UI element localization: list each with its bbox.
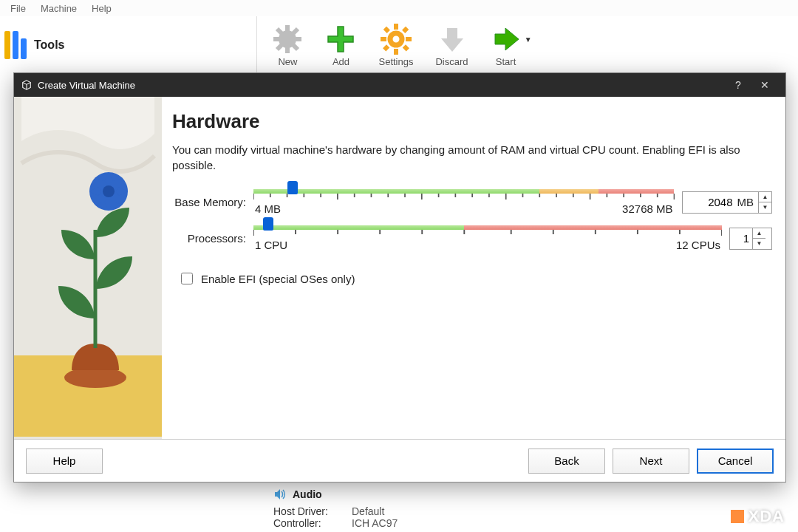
toolbar-start[interactable]: ▼ Start <box>491 24 522 67</box>
toolbar-discard-label: Discard <box>435 56 468 67</box>
spin-up-icon[interactable]: ▲ <box>753 228 765 239</box>
base-memory-max: 32768 MB <box>622 202 672 215</box>
cube-icon <box>21 80 32 90</box>
dialog-titlebar[interactable]: Create Virtual Machine ? ✕ <box>14 73 785 97</box>
background-audio-panel: Audio Host Driver:Default Controller:ICH… <box>273 488 398 529</box>
dialog-content: Hardware You can modify virtual machine'… <box>162 97 785 439</box>
tools-icon <box>4 31 27 59</box>
audio-header: Audio <box>293 488 322 500</box>
spin-down-icon[interactable]: ▼ <box>759 202 771 213</box>
svg-point-22 <box>103 185 115 197</box>
toolbar-settings-label: Settings <box>378 56 413 67</box>
svg-line-6 <box>293 45 298 50</box>
create-vm-dialog: Create Virtual Machine ? ✕ <box>13 72 786 482</box>
controller-key: Controller: <box>273 517 347 529</box>
base-memory-slider[interactable] <box>253 189 675 194</box>
dialog-footer: Help Back Next Cancel <box>14 439 785 482</box>
menu-help[interactable]: Help <box>87 3 116 14</box>
dialog-title: Create Virtual Machine <box>38 80 135 91</box>
spin-up-icon[interactable]: ▲ <box>759 192 771 202</box>
slider-ticks <box>253 194 675 201</box>
wizard-illustration <box>14 97 162 439</box>
watermark-icon <box>731 510 744 523</box>
processors-input[interactable] <box>730 228 752 249</box>
base-memory-unit: MB <box>736 196 759 208</box>
host-driver-key: Host Driver: <box>273 505 347 517</box>
svg-line-8 <box>277 45 282 50</box>
toolbar-start-label: Start <box>496 56 516 67</box>
gear-icon <box>381 24 412 55</box>
processors-slider[interactable] <box>253 225 722 230</box>
help-titlebar-button[interactable]: ? <box>725 79 751 91</box>
slider-ticks <box>253 230 722 237</box>
down-arrow-icon <box>437 24 468 55</box>
main-toolbar: New Add Settings Discard ▼ Start <box>256 16 521 74</box>
svg-line-5 <box>277 29 282 33</box>
toolbar-discard[interactable]: Discard <box>435 24 468 67</box>
close-icon[interactable]: ✕ <box>751 79 778 91</box>
base-memory-thumb[interactable] <box>287 181 298 194</box>
processors-min: 1 CPU <box>255 239 287 251</box>
base-memory-min: 4 MB <box>255 202 281 215</box>
toolbar-new[interactable]: New <box>272 24 303 67</box>
enable-efi-checkbox[interactable] <box>181 273 193 284</box>
toolbar-add-label: Add <box>332 56 349 67</box>
base-memory-stepper[interactable]: MB ▲▼ <box>682 191 773 214</box>
svg-rect-12 <box>381 37 386 41</box>
svg-rect-13 <box>406 37 412 41</box>
enable-efi-label: Enable EFI (special OSes only) <box>201 273 355 285</box>
menu-machine[interactable]: Machine <box>36 3 81 14</box>
sun-icon <box>272 24 303 55</box>
processors-max: 12 CPUs <box>676 239 720 251</box>
svg-line-7 <box>293 29 298 33</box>
svg-rect-14 <box>383 26 390 33</box>
svg-point-20 <box>64 367 126 388</box>
controller-value: ICH AC97 <box>352 517 398 529</box>
svg-rect-11 <box>394 49 398 55</box>
svg-rect-15 <box>403 44 409 51</box>
next-button[interactable]: Next <box>613 449 689 474</box>
base-memory-row: Base Memory: 4 MB 3 <box>172 189 772 215</box>
svg-rect-17 <box>383 44 389 51</box>
svg-rect-16 <box>402 26 409 33</box>
base-memory-label: Base Memory: <box>172 196 246 208</box>
processors-stepper[interactable]: ▲▼ <box>729 228 772 250</box>
spin-down-icon[interactable]: ▼ <box>753 239 765 249</box>
cancel-button[interactable]: Cancel <box>697 449 774 474</box>
plus-icon <box>325 24 356 55</box>
toolbar-new-label: New <box>278 56 297 67</box>
svg-point-9 <box>390 33 402 45</box>
processors-label: Processors: <box>172 232 246 245</box>
watermark: XDA <box>731 507 785 526</box>
watermark-text: XDA <box>748 507 785 526</box>
toolbar-settings[interactable]: Settings <box>378 24 413 67</box>
processors-row: Processors: 1 CPU 12 CPUs <box>172 225 772 251</box>
tools-label: Tools <box>34 38 64 52</box>
enable-efi-row[interactable]: Enable EFI (special OSes only) <box>178 270 772 287</box>
tools-button[interactable]: Tools <box>4 31 64 59</box>
page-description: You can modify virtual machine's hardwar… <box>172 142 772 173</box>
page-title: Hardware <box>172 110 772 133</box>
chevron-down-icon[interactable]: ▼ <box>525 35 532 44</box>
processors-spin[interactable]: ▲▼ <box>752 228 765 249</box>
back-button[interactable]: Back <box>528 449 605 474</box>
play-arrow-icon: ▼ <box>491 24 522 55</box>
base-memory-input[interactable] <box>683 192 736 213</box>
processors-thumb[interactable] <box>263 217 273 231</box>
menu-file[interactable]: File <box>6 3 30 14</box>
svg-rect-10 <box>394 24 398 30</box>
speaker-icon <box>273 488 287 501</box>
toolbar-area: Tools New Add Settings Discard <box>0 16 798 74</box>
toolbar-add[interactable]: Add <box>325 24 356 67</box>
help-button[interactable]: Help <box>26 449 103 474</box>
menubar: File Machine Help <box>0 0 798 16</box>
host-driver-value: Default <box>352 505 384 517</box>
base-memory-spin[interactable]: ▲▼ <box>758 192 771 213</box>
